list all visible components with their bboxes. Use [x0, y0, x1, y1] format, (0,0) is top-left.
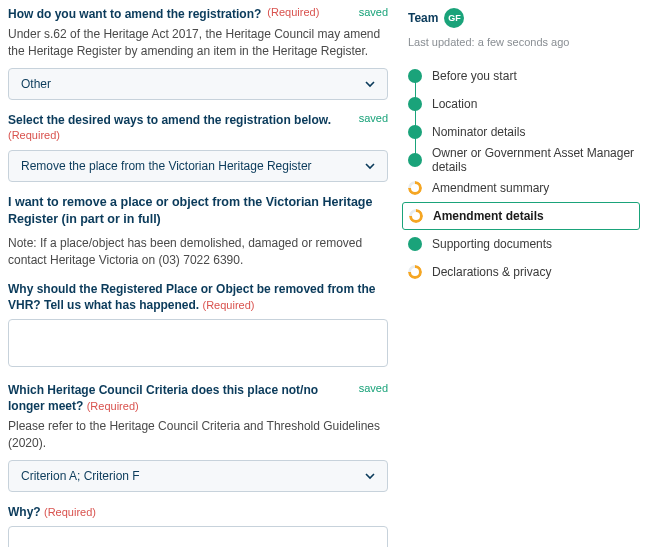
- label-criteria: Which Heritage Council Criteria does thi…: [8, 383, 318, 413]
- progress-partial-icon: [408, 181, 422, 195]
- step-item[interactable]: Amendment details: [402, 202, 640, 230]
- saved-indicator: saved: [349, 112, 388, 124]
- required-marker: (Required): [87, 400, 139, 412]
- team-row: Team GF: [408, 8, 640, 28]
- step-label: Owner or Government Asset Manager detail…: [432, 146, 640, 174]
- step-label: Before you start: [432, 69, 517, 83]
- step-item[interactable]: Amendment summary: [408, 174, 640, 202]
- team-label: Team: [408, 11, 438, 25]
- required-marker: (Required): [44, 506, 96, 518]
- step-item[interactable]: Before you start: [408, 62, 640, 90]
- step-item[interactable]: Owner or Government Asset Manager detail…: [408, 146, 640, 174]
- step-label: Amendment summary: [432, 181, 549, 195]
- field-why: Why? (Required): [8, 504, 388, 547]
- required-marker: (Required): [202, 299, 254, 311]
- last-updated: Last updated: a few seconds ago: [408, 36, 640, 48]
- step-item[interactable]: Declarations & privacy: [408, 258, 640, 286]
- step-connector: [415, 76, 417, 160]
- chevron-down-icon: [365, 471, 375, 481]
- label-why: Why?: [8, 505, 41, 519]
- progress-done-icon: [408, 125, 422, 139]
- step-label: Nominator details: [432, 125, 525, 139]
- progress-done-icon: [408, 97, 422, 111]
- saved-indicator: saved: [349, 382, 388, 394]
- form-main: How do you want to amend the registratio…: [8, 6, 388, 547]
- chevron-down-icon: [365, 161, 375, 171]
- field-amend-how: How do you want to amend the registratio…: [8, 6, 388, 100]
- step-item[interactable]: Location: [408, 90, 640, 118]
- help-amend-how: Under s.62 of the Heritage Act 2017, the…: [8, 26, 388, 60]
- step-label: Supporting documents: [432, 237, 552, 251]
- step-label: Declarations & privacy: [432, 265, 551, 279]
- section-heading-remove: I want to remove a place or object from …: [8, 194, 388, 229]
- progress-done-icon: [408, 237, 422, 251]
- label-amend-ways: Select the desired ways to amend the reg…: [8, 112, 331, 128]
- progress-partial-icon: [409, 209, 423, 223]
- progress-partial-icon: [408, 265, 422, 279]
- select-value: Other: [21, 77, 51, 91]
- textarea-why-remove[interactable]: [8, 319, 388, 367]
- select-value: Criterion A; Criterion F: [21, 469, 140, 483]
- saved-indicator: saved: [349, 6, 388, 18]
- select-amend-ways[interactable]: Remove the place from the Victorian Heri…: [8, 150, 388, 182]
- select-amend-how[interactable]: Other: [8, 68, 388, 100]
- section-note-remove: Note: If a place/object has been demolis…: [8, 235, 388, 269]
- select-criteria[interactable]: Criterion A; Criterion F: [8, 460, 388, 492]
- help-criteria: Please refer to the Heritage Council Cri…: [8, 418, 388, 452]
- progress-steps: Before you startLocationNominator detail…: [408, 62, 640, 286]
- label-amend-how: How do you want to amend the registratio…: [8, 6, 261, 22]
- select-value: Remove the place from the Victorian Heri…: [21, 159, 312, 173]
- field-why-remove: Why should the Registered Place or Objec…: [8, 281, 388, 370]
- progress-done-icon: [408, 153, 422, 167]
- step-label: Amendment details: [433, 209, 544, 223]
- progress-done-icon: [408, 69, 422, 83]
- required-marker: (Required): [8, 129, 60, 141]
- field-criteria: Which Heritage Council Criteria does thi…: [8, 382, 388, 492]
- step-item[interactable]: Nominator details: [408, 118, 640, 146]
- textarea-why[interactable]: [8, 526, 388, 547]
- required-marker: (Required): [267, 6, 319, 18]
- step-label: Location: [432, 97, 477, 111]
- field-amend-ways: Select the desired ways to amend the reg…: [8, 112, 388, 182]
- avatar[interactable]: GF: [444, 8, 464, 28]
- sidebar: Team GF Last updated: a few seconds ago …: [408, 6, 640, 547]
- label-why-remove: Why should the Registered Place or Objec…: [8, 282, 375, 312]
- chevron-down-icon: [365, 79, 375, 89]
- step-item[interactable]: Supporting documents: [408, 230, 640, 258]
